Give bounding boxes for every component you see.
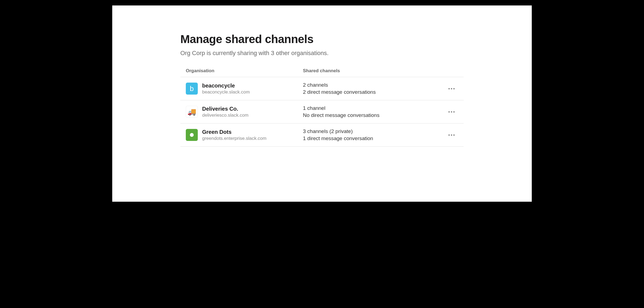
org-cell: Green Dots greendots.enterprise.slack.co… [186, 129, 303, 141]
shared-dms-count: 1 direct message conversation [303, 135, 445, 141]
truck-icon: 🚚 [187, 108, 196, 115]
more-actions-button[interactable] [447, 86, 456, 91]
org-domain: greendots.enterprise.slack.com [202, 136, 266, 141]
shared-channels-count: 3 channels (2 private) [303, 128, 445, 134]
table-row: 🚚 Deliveries Co. deliveriesco.slack.com … [180, 100, 464, 123]
shared-channels-count: 2 channels [303, 82, 445, 88]
table-row: Green Dots greendots.enterprise.slack.co… [180, 123, 464, 147]
org-cell: b beaconcycle beaconcycle.slack.com [186, 83, 303, 95]
table-header: Organisation Shared channels [180, 68, 464, 77]
shared-channels-count: 1 channel [303, 105, 445, 111]
org-avatar-emoji: 🚚 [186, 106, 198, 118]
actions-cell [445, 133, 458, 137]
org-name: Deliveries Co. [202, 106, 248, 112]
org-cell: 🚚 Deliveries Co. deliveriesco.slack.com [186, 106, 303, 118]
org-name: beaconcycle [202, 83, 250, 89]
column-header-organisation: Organisation [186, 68, 303, 74]
table-row: b beaconcycle beaconcycle.slack.com 2 ch… [180, 77, 464, 100]
actions-cell [445, 110, 458, 114]
column-header-shared-channels: Shared channels [303, 68, 464, 74]
org-name: Green Dots [202, 129, 266, 135]
shared-dms-count: No direct message conversations [303, 112, 445, 118]
shared-dms-count: 2 direct message conversations [303, 89, 445, 95]
org-avatar-dot [186, 129, 198, 141]
more-actions-button[interactable] [447, 110, 456, 114]
actions-cell [445, 86, 458, 91]
shared-cell: 2 channels 2 direct message conversation… [303, 82, 445, 95]
page-title: Manage shared channels [180, 33, 464, 46]
more-actions-button[interactable] [447, 133, 456, 137]
org-info: Deliveries Co. deliveriesco.slack.com [202, 106, 248, 118]
org-domain: beaconcycle.slack.com [202, 89, 250, 95]
org-avatar-letter: b [186, 83, 198, 95]
page-subtitle: Org Corp is currently sharing with 3 oth… [180, 50, 464, 57]
org-domain: deliveriesco.slack.com [202, 113, 248, 118]
settings-panel: Manage shared channels Org Corp is curre… [112, 5, 532, 202]
shared-cell: 3 channels (2 private) 1 direct message … [303, 128, 445, 141]
org-info: Green Dots greendots.enterprise.slack.co… [202, 129, 266, 141]
org-info: beaconcycle beaconcycle.slack.com [202, 83, 250, 95]
shared-cell: 1 channel No direct message conversation… [303, 105, 445, 118]
